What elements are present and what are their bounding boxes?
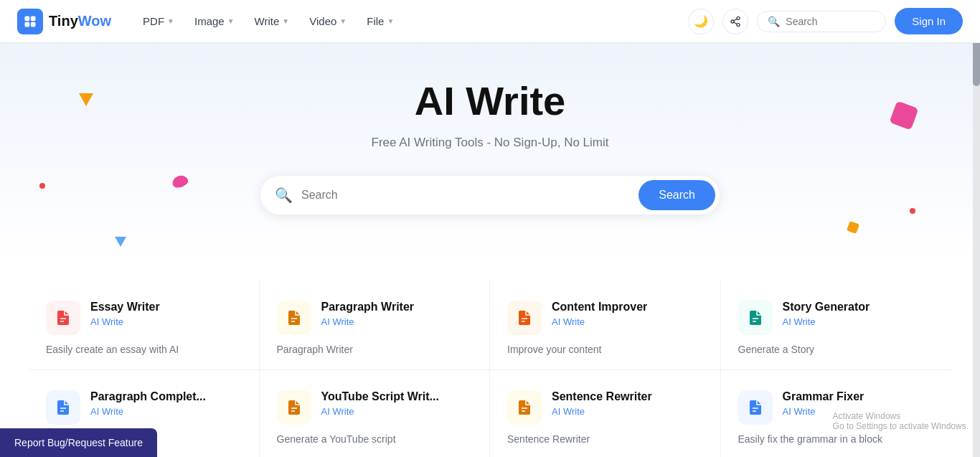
nav-item-write[interactable]: Write ▼ <box>246 9 298 33</box>
chevron-down-icon: ▼ <box>167 17 174 25</box>
hero-search-button[interactable]: Search <box>639 180 715 210</box>
scrollbar-track <box>973 0 980 457</box>
deco-blob-pink <box>171 174 189 190</box>
deco-square-yellow <box>847 221 859 234</box>
tool-info: Essay Writer AI Write <box>90 301 242 327</box>
logo-text: TinyWow <box>49 13 111 29</box>
nav-item-image[interactable]: Image ▼ <box>186 9 243 33</box>
nav-item-file[interactable]: File ▼ <box>358 9 402 33</box>
tool-header: Grammar Fixer AI Write <box>738 390 935 425</box>
tool-card[interactable]: Grammar Fixer AI Write Easily fix the gr… <box>721 370 952 457</box>
nav-menu: PDF ▼ Image ▼ Write ▼ Video ▼ File ▼ <box>134 9 688 33</box>
document-icon <box>286 309 303 326</box>
tool-desc: Easily fix the grammar in a block <box>738 433 935 445</box>
document-icon <box>747 309 764 326</box>
tool-card[interactable]: Sentence Rewriter AI Write Sentence Rewr… <box>490 370 721 457</box>
tool-category: AI Write <box>321 316 473 327</box>
tool-icon <box>738 390 773 425</box>
document-icon <box>286 399 303 416</box>
svg-rect-3 <box>31 22 36 27</box>
tool-card[interactable]: Essay Writer AI Write Easily create an e… <box>29 281 260 370</box>
tool-header: Sentence Rewriter AI Write <box>507 390 703 425</box>
tool-card[interactable]: Content Improver AI Write Improve your c… <box>490 281 721 370</box>
logo-svg <box>23 14 37 29</box>
search-icon: 🔍 <box>768 16 780 27</box>
page-title: AI Write <box>17 77 963 124</box>
tool-info: YouTube Script Writ... AI Write <box>321 390 473 417</box>
share-button[interactable] <box>722 9 748 34</box>
tool-icon <box>46 390 80 425</box>
hero-search-bar: 🔍 Search <box>260 176 720 215</box>
tool-icon <box>46 301 80 335</box>
chevron-down-icon: ▼ <box>282 17 289 25</box>
share-icon <box>730 16 741 27</box>
hero-search-icon: 🔍 <box>275 187 293 204</box>
dark-mode-button[interactable]: 🌙 <box>688 9 714 34</box>
tool-info: Story Generator AI Write <box>783 301 935 327</box>
tool-desc: Paragraph Writer <box>277 344 473 355</box>
tool-category: AI Write <box>321 406 473 417</box>
logo[interactable]: TinyWow <box>17 9 111 34</box>
tool-info: Grammar Fixer AI Write <box>783 390 935 417</box>
deco-dot-red2 <box>910 208 915 214</box>
tool-name: Sentence Rewriter <box>552 390 703 403</box>
tool-desc: Easily create an essay with AI <box>46 344 242 355</box>
svg-point-6 <box>737 23 740 26</box>
deco-triangle-blue <box>115 237 126 247</box>
nav-search-bar[interactable]: 🔍 <box>757 11 886 32</box>
tool-name: YouTube Script Writ... <box>321 390 473 403</box>
tool-header: Story Generator AI Write <box>738 301 935 335</box>
svg-rect-2 <box>25 22 30 27</box>
document-icon <box>747 399 764 416</box>
tool-info: Sentence Rewriter AI Write <box>552 390 703 417</box>
nav-search-input[interactable] <box>786 16 875 27</box>
document-icon <box>55 399 72 416</box>
hero-search-input[interactable] <box>301 189 630 202</box>
nav-item-pdf[interactable]: PDF ▼ <box>134 9 183 33</box>
tool-desc: Sentence Rewriter <box>507 433 703 445</box>
tool-header: YouTube Script Writ... AI Write <box>277 390 473 425</box>
tool-icon <box>277 390 311 425</box>
report-bug-bar[interactable]: Report Bug/Request Feature <box>0 428 157 457</box>
chevron-down-icon: ▼ <box>227 17 235 25</box>
tool-header: Content Improver AI Write <box>507 301 703 335</box>
tool-category: AI Write <box>552 406 703 417</box>
tool-header: Paragraph Writer AI Write <box>277 301 473 335</box>
nav-right: 🌙 🔍 Sign In <box>688 8 963 34</box>
tool-card[interactable]: Paragraph Writer AI Write Paragraph Writ… <box>260 281 491 370</box>
document-icon <box>516 399 533 416</box>
logo-icon <box>17 9 43 34</box>
tool-icon <box>738 301 773 335</box>
svg-line-7 <box>734 22 738 24</box>
tool-category: AI Write <box>783 406 935 417</box>
svg-rect-0 <box>25 16 30 21</box>
tool-desc: Improve your content <box>507 344 703 355</box>
tool-icon <box>277 301 311 335</box>
tool-header: Essay Writer AI Write <box>46 301 242 335</box>
tool-name: Content Improver <box>552 301 703 314</box>
hero-section: AI Write Free AI Writing Tools - No Sign… <box>0 43 980 258</box>
navbar: TinyWow PDF ▼ Image ▼ Write ▼ Video ▼ Fi… <box>0 0 980 43</box>
tool-category: AI Write <box>90 406 242 417</box>
tool-info: Content Improver AI Write <box>552 301 703 327</box>
tool-info: Paragraph Complet... AI Write <box>90 390 242 417</box>
tool-icon <box>507 301 542 335</box>
tool-name: Paragraph Complet... <box>90 390 242 403</box>
document-icon <box>516 309 533 326</box>
svg-point-5 <box>731 20 734 23</box>
svg-rect-1 <box>31 16 36 21</box>
nav-item-video[interactable]: Video ▼ <box>301 9 355 33</box>
svg-line-8 <box>734 19 738 21</box>
svg-point-4 <box>737 17 740 19</box>
chevron-down-icon: ▼ <box>339 17 347 25</box>
tool-info: Paragraph Writer AI Write <box>321 301 473 327</box>
tool-card[interactable]: YouTube Script Writ... AI Write Generate… <box>260 370 491 457</box>
tools-grid: Essay Writer AI Write Easily create an e… <box>29 281 951 457</box>
tool-name: Grammar Fixer <box>783 390 935 403</box>
tool-desc: Generate a YouTube script <box>277 433 473 445</box>
sign-in-button[interactable]: Sign In <box>895 8 963 34</box>
tool-name: Essay Writer <box>90 301 242 314</box>
tool-name: Story Generator <box>783 301 935 314</box>
tool-category: AI Write <box>552 316 703 327</box>
tool-card[interactable]: Story Generator AI Write Generate a Stor… <box>721 281 952 370</box>
